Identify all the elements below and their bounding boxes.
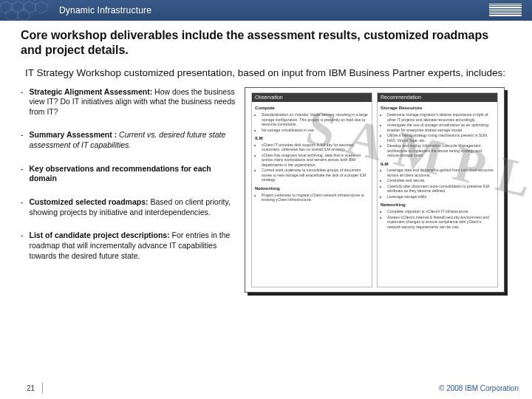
page-number: 21 <box>27 384 35 392</box>
bullet-item: - Strategic Alignment Assessment: How do… <box>21 87 239 117</box>
slide-header: Dynamic Infrastructure <box>0 0 532 21</box>
slide-intro: IT Strategy Workshop customized presenta… <box>25 66 507 80</box>
bullet-list: - Strategic Alignment Assessment: How do… <box>21 87 239 275</box>
bullet-item: - Summary Assessment : Current vs. desir… <box>21 130 239 150</box>
sample-document: Observation Compute Standardization on x… <box>245 87 511 298</box>
bullet-item: - Key observations and recommendations f… <box>21 164 239 184</box>
sample-col-recommendation: Recommendation Storage Resources Determi… <box>377 92 498 287</box>
header-title: Dynamic Infrastructure <box>59 5 151 16</box>
col-header: Observation <box>252 93 372 103</box>
ibm-logo <box>489 4 522 16</box>
bullet-item: - List of candidate project descriptions… <box>21 231 239 261</box>
svg-marker-5 <box>35 1 47 13</box>
bullet-item: - Customized selected roadmaps: Based on… <box>21 197 239 217</box>
col-header: Recommendation <box>378 93 497 103</box>
content-row: - Strategic Alignment Assessment: How do… <box>21 87 516 298</box>
slide-title: Core workshop deliverables include the a… <box>21 28 511 58</box>
hex-decoration <box>0 0 70 21</box>
copyright: © 2008 IBM Corporation <box>439 384 519 392</box>
slide-footer: 21 © 2008 IBM Corporation <box>0 383 532 393</box>
sample-col-observation: Observation Compute Standardization on x… <box>251 92 372 287</box>
footer-separator <box>42 383 43 393</box>
